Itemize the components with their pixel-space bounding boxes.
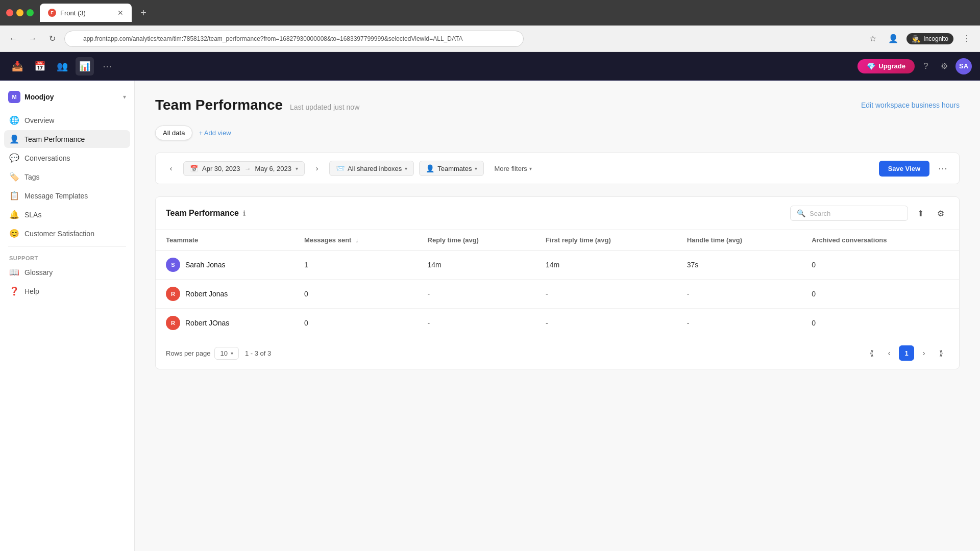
tab-favicon: F — [48, 9, 56, 17]
tab-title: Front (3) — [60, 9, 113, 17]
more-apps-button[interactable]: ⋯ — [98, 57, 116, 76]
rows-per-page-select[interactable]: 10 ▾ — [214, 347, 238, 360]
teammate-avatar-sarah-jonas: S — [166, 258, 180, 272]
more-options-button[interactable]: ⋯ — [935, 160, 951, 177]
tab-close-icon[interactable]: ✕ — [117, 9, 124, 17]
table-info-icon[interactable]: ℹ — [243, 209, 246, 217]
sidebar-item-message-templates[interactable]: 📋 Message Templates — [4, 187, 130, 205]
page-first-button[interactable]: ⟪ — [864, 345, 879, 361]
workspace-name: Moodjoy — [24, 93, 119, 101]
date-to-value: May 6, 2023 — [255, 165, 291, 172]
col-header-archived-conversations: Archived conversations — [801, 230, 959, 251]
add-view-button[interactable]: + Add view — [194, 126, 235, 140]
calendar-icon-button[interactable]: 📅 — [31, 57, 49, 76]
new-tab-button[interactable]: + — [136, 5, 151, 20]
sidebar-item-slas[interactable]: 🔔 SLAs — [4, 206, 130, 223]
sidebar-item-conversations[interactable]: 💬 Conversations — [4, 149, 130, 167]
address-bar[interactable]: app.frontapp.com/analytics/team/tim:7858… — [64, 31, 524, 47]
teammate-name-sarah-jonas[interactable]: Sarah Jonas — [185, 261, 226, 269]
cell-teammate-sarah-jonas: S Sarah Jonas — [156, 251, 294, 280]
calendar-from-icon: 📅 — [190, 165, 198, 172]
browser-menu-button[interactable]: ⋮ — [960, 32, 974, 46]
col-header-first-reply-time: First reply time (avg) — [535, 230, 677, 251]
col-header-teammate: Teammate — [156, 230, 294, 251]
sidebar-item-glossary[interactable]: 📖 Glossary — [4, 263, 130, 281]
page-last-button[interactable]: ⟫ — [934, 345, 949, 361]
inbox-icon-button[interactable]: 📥 — [8, 57, 27, 76]
rows-info: 1 - 3 of 3 — [245, 349, 271, 357]
sidebar-item-team-performance[interactable]: 👤 Team Performance — [4, 130, 130, 148]
date-prev-button[interactable]: ‹ — [164, 161, 178, 176]
cell-teammate-robert-jonas: R Robert Jonas — [156, 280, 294, 309]
settings-button[interactable]: ⚙ — [937, 59, 951, 73]
upgrade-label: Upgrade — [878, 62, 905, 70]
user-avatar[interactable]: SA — [955, 58, 972, 74]
forward-button[interactable]: → — [26, 32, 40, 46]
sidebar-item-customer-satisfaction[interactable]: 😊 Customer Satisfaction — [4, 224, 130, 242]
window-maximize-btn[interactable] — [27, 9, 34, 16]
profile-icon[interactable]: 👤 — [886, 32, 900, 46]
page-next-button[interactable]: › — [916, 345, 932, 361]
page-prev-button[interactable]: ‹ — [881, 345, 897, 361]
sidebar-item-tags[interactable]: 🏷️ Tags — [4, 168, 130, 186]
rows-select-chevron-icon: ▾ — [231, 350, 233, 356]
browser-tab[interactable]: F Front (3) ✕ — [40, 4, 132, 22]
contacts-icon-button[interactable]: 👥 — [53, 57, 71, 76]
sidebar-nav: 🌐 Overview 👤 Team Performance 💬 Conversa… — [0, 111, 134, 242]
tab-all-data-label: All data — [163, 129, 185, 137]
analytics-icon-button[interactable]: 📊 — [76, 57, 94, 76]
back-button[interactable]: ← — [6, 32, 20, 46]
table-card-title: Team Performance — [166, 209, 239, 218]
cell-handle-time-sarah-jonas: 37s — [677, 251, 802, 280]
sidebar-item-label-conversations: Conversations — [24, 154, 70, 162]
cell-archived-conversations-sarah-jonas: 0 — [801, 251, 959, 280]
window-minimize-btn[interactable] — [16, 9, 23, 16]
help-button[interactable]: ? — [919, 59, 933, 73]
search-input[interactable] — [810, 210, 901, 217]
pagination-row: Rows per page 10 ▾ 1 - 3 of 3 ⟪ ‹ 1 › ⟫ — [156, 337, 959, 369]
cell-reply-time-sarah-jonas: 14m — [418, 251, 535, 280]
col-header-messages-sent[interactable]: Messages sent ↓ — [294, 230, 418, 251]
reload-button[interactable]: ↻ — [45, 32, 59, 46]
window-close-btn[interactable] — [6, 9, 13, 16]
date-from-filter[interactable]: 📅 Apr 30, 2023 → May 6, 2023 ▾ — [183, 161, 305, 176]
edit-workspace-hours-link[interactable]: Edit workspace business hours — [861, 101, 960, 109]
globe-icon: 🌐 — [9, 115, 19, 125]
page-1-button[interactable]: 1 — [899, 345, 914, 361]
customer-satisfaction-icon: 😊 — [9, 229, 19, 238]
sidebar-item-overview[interactable]: 🌐 Overview — [4, 111, 130, 129]
rows-per-page: Rows per page 10 ▾ — [166, 347, 239, 360]
date-from-value: Apr 30, 2023 — [202, 165, 240, 172]
table-body: S Sarah Jonas 1 14m 14m 37s 0 R Robert J… — [156, 251, 959, 338]
more-filters-button[interactable]: More filters ▾ — [489, 162, 536, 176]
page-header: Team Performance Last updated just now E… — [155, 97, 960, 113]
date-filter-chevron-icon: ▾ — [296, 166, 298, 171]
support-section-label: Support — [0, 251, 134, 263]
date-next-button[interactable]: › — [310, 161, 324, 176]
search-input-wrapper[interactable]: 🔍 — [790, 206, 908, 221]
teammate-avatar-robert-jonas: R — [166, 287, 180, 301]
tab-all-data[interactable]: All data — [155, 126, 192, 140]
cell-teammate-robert-jonas-2: R Robert JOnas — [156, 309, 294, 338]
bookmark-icon[interactable]: ☆ — [866, 32, 880, 46]
sort-icon: ↓ — [355, 236, 359, 244]
teammate-name-robert-jonas[interactable]: Robert Jonas — [185, 290, 228, 298]
workspace-selector[interactable]: M Moodjoy ▾ — [0, 87, 134, 111]
export-button[interactable]: ⬆ — [912, 205, 928, 221]
views-row: All data + Add view — [155, 126, 960, 140]
url-text: app.frontapp.com/analytics/team/tim:7858… — [83, 35, 505, 42]
sidebar-item-help[interactable]: ❓ Help — [4, 282, 130, 300]
teammate-name-robert-jonas-2[interactable]: Robert JOnas — [185, 319, 229, 327]
teammates-filter[interactable]: 👤 Teammates ▾ — [419, 161, 484, 176]
column-settings-button[interactable]: ⚙ — [933, 205, 949, 221]
cell-messages-sent-robert-jonas-2: 0 — [294, 309, 418, 338]
message-templates-icon: 📋 — [9, 191, 19, 201]
pagination-controls: ⟪ ‹ 1 › ⟫ — [864, 345, 949, 361]
tags-icon: 🏷️ — [9, 172, 19, 182]
cell-messages-sent-sarah-jonas: 1 — [294, 251, 418, 280]
inbox-filter[interactable]: 📨 All shared inboxes ▾ — [329, 161, 414, 176]
save-view-button[interactable]: Save View — [879, 161, 929, 177]
upgrade-button[interactable]: 💎 Upgrade — [857, 59, 915, 73]
page-first-icon: ⟪ — [870, 349, 874, 357]
workspace-logo: M — [8, 91, 20, 103]
